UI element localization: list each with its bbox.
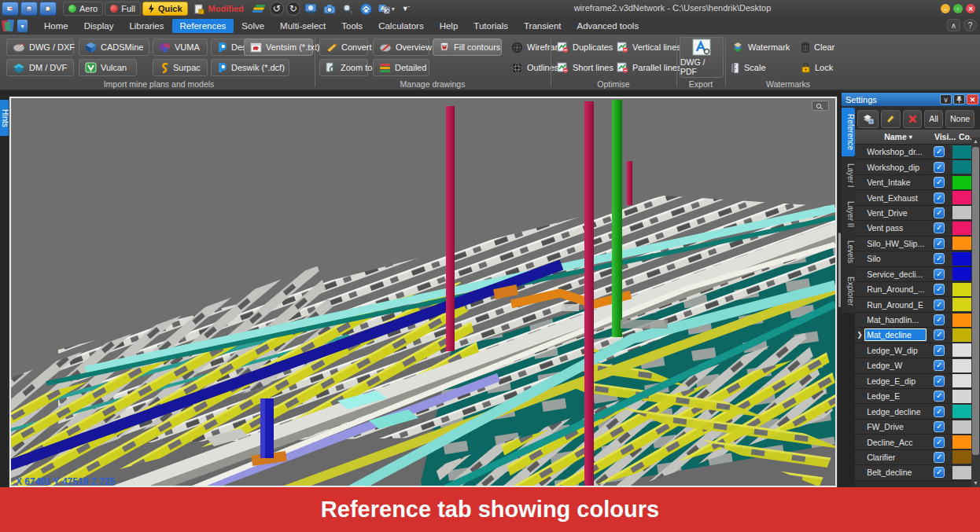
reference-row[interactable]: Clarifier ✓	[855, 450, 971, 465]
reference-row[interactable]: Ledge_W ✓	[855, 358, 971, 373]
reference-row[interactable]: Silo_HW_Slip... ✓	[855, 237, 971, 251]
scrollbar-thumb[interactable]	[972, 147, 979, 455]
reference-row[interactable]: Service_decli... ✓	[855, 267, 971, 282]
settings-tab-levels[interactable]: Levels	[842, 234, 855, 270]
quick-mode-button[interactable]: Quick	[142, 2, 188, 16]
reference-row[interactable]: FW_Drive ✓	[855, 420, 971, 435]
vulcan-button[interactable]: Vulcan	[79, 59, 137, 76]
detailed-button[interactable]: Detailed	[373, 59, 429, 76]
parallel-lines-button[interactable]: Parallel lines	[613, 59, 673, 76]
visibility-checkbox[interactable]: ✓	[934, 421, 945, 432]
layer-color-swatch[interactable]	[952, 314, 971, 327]
duplicates-button[interactable]: Duplicates	[554, 39, 612, 56]
column-header-visible[interactable]: Visi...	[931, 132, 959, 141]
visibility-checkbox[interactable]: ✓	[934, 177, 945, 188]
layer-color-swatch[interactable]	[952, 160, 971, 174]
settings-tab-reference[interactable]: Reference	[842, 108, 855, 157]
visibility-checkbox[interactable]: ✓	[934, 146, 945, 157]
reference-row[interactable]: Mat_handlin... ✓	[855, 313, 971, 328]
menu-tab-libraries[interactable]: Libraries	[121, 19, 171, 33]
visibility-checkbox[interactable]: ✓	[934, 406, 945, 417]
short-lines-button[interactable]: Short lines	[554, 59, 612, 76]
minimize-button[interactable]: –	[941, 4, 950, 13]
visibility-checkbox[interactable]: ✓	[934, 162, 945, 173]
full-mode-button[interactable]: Full	[105, 2, 141, 16]
layer-color-swatch[interactable]	[952, 405, 971, 418]
reference-row[interactable]: Workshop_dr... ✓	[855, 145, 971, 160]
menu-tab-advanced-tools[interactable]: Advanced tools	[569, 19, 647, 33]
home-view-button[interactable]	[358, 2, 374, 16]
scroll-down-arrow[interactable]: ▼	[971, 479, 980, 487]
save-button[interactable]	[20, 2, 38, 16]
settings-tab-explorer[interactable]: Explorer	[842, 270, 855, 313]
find-button[interactable]	[340, 2, 356, 16]
delete-reference-button[interactable]	[903, 110, 922, 128]
select-all-button[interactable]: All	[924, 110, 943, 128]
reference-row[interactable]: Ledge_decline ✓	[855, 404, 971, 419]
cadsmine-button[interactable]: CADSMine	[79, 39, 149, 56]
edit-reference-button[interactable]	[881, 110, 901, 128]
reference-row[interactable]: Vent_Drive ✓	[855, 206, 971, 221]
menu-tab-references[interactable]: References	[172, 19, 234, 33]
3d-viewport[interactable]: X 67491 Y 47518 Z 725	[9, 97, 837, 487]
close-button[interactable]: ✕	[966, 4, 975, 13]
visibility-checkbox[interactable]: ✓	[934, 360, 945, 371]
visibility-checkbox[interactable]: ✓	[934, 238, 945, 249]
lock-watermark-button[interactable]: Lock	[798, 59, 843, 76]
undo-button[interactable]: ↺	[270, 2, 284, 16]
visibility-checkbox[interactable]: ✓	[934, 345, 945, 356]
reference-row[interactable]: Ledge_E_dip ✓	[855, 374, 971, 389]
visibility-checkbox[interactable]: ✓	[934, 222, 945, 233]
maximize-button[interactable]: ▫	[953, 4, 963, 13]
layer-color-swatch[interactable]	[952, 222, 971, 235]
menu-tab-tools[interactable]: Tools	[333, 19, 370, 33]
layer-color-swatch[interactable]	[952, 343, 971, 357]
visibility-checkbox[interactable]: ✓	[934, 207, 945, 218]
layer-color-swatch[interactable]	[952, 298, 971, 311]
layer-color-swatch[interactable]	[952, 145, 971, 159]
layer-color-swatch[interactable]	[952, 191, 971, 204]
layer-color-swatch[interactable]	[952, 420, 971, 434]
library-books-button[interactable]	[250, 2, 267, 16]
layer-color-swatch[interactable]	[952, 252, 971, 266]
reference-row[interactable]: Silo ✓	[855, 251, 971, 266]
viewport-mini-button[interactable]	[812, 101, 829, 111]
settings-menu-button[interactable]: ∨	[940, 94, 952, 105]
reference-row[interactable]: Vent_Intake ✓	[855, 175, 971, 190]
watermark-button[interactable]: Watermark	[728, 39, 794, 56]
menu-tab-home[interactable]: Home	[36, 19, 76, 33]
visibility-checkbox[interactable]: ✓	[934, 391, 945, 402]
vertical-lines-button[interactable]: Vertical lines	[613, 39, 673, 56]
visibility-checkbox[interactable]: ✓	[934, 437, 945, 448]
customize-quickbar-button[interactable]: ▼̄	[399, 2, 412, 16]
redo-button[interactable]: ↻	[286, 2, 300, 16]
copy-layers-button[interactable]	[857, 110, 879, 128]
visibility-checkbox[interactable]: ✓	[934, 376, 945, 387]
menu-tab-help[interactable]: Help	[432, 19, 466, 33]
visibility-checkbox[interactable]: ✓	[934, 314, 945, 325]
collapse-ribbon-button[interactable]: ∧	[947, 19, 960, 31]
close-panel-button[interactable]: ✕	[967, 94, 978, 105]
menu-tab-calculators[interactable]: Calculators	[370, 19, 432, 33]
menu-tab-tutorials[interactable]: Tutorials	[466, 19, 516, 33]
layer-color-swatch[interactable]	[952, 374, 971, 387]
layer-color-swatch[interactable]	[952, 359, 971, 372]
visibility-checkbox[interactable]: ✓	[934, 299, 945, 310]
visibility-checkbox[interactable]: ✓	[934, 467, 945, 478]
visibility-checkbox[interactable]: ✓	[934, 193, 945, 204]
layer-color-swatch[interactable]	[952, 328, 971, 342]
ventsim-txt-button[interactable]: Ventsim (*.txt)	[244, 39, 313, 56]
reference-row[interactable]: Ledge_W_dip ✓	[855, 343, 971, 358]
layer-color-swatch[interactable]	[952, 450, 971, 464]
settings-tab-layer-ii[interactable]: Layer II	[842, 195, 855, 234]
viewport-scrollbar[interactable]	[838, 233, 841, 307]
reference-row[interactable]: Decline_Acc ✓	[855, 435, 971, 449]
reference-row[interactable]: Workshop_dip ✓	[855, 160, 971, 174]
select-none-button[interactable]: None	[945, 110, 974, 128]
layer-color-swatch[interactable]	[952, 267, 971, 281]
screenshot-button[interactable]	[321, 2, 338, 16]
layer-color-swatch[interactable]	[952, 206, 971, 219]
reference-row[interactable]: Ledge_E ✓	[855, 389, 971, 404]
surpac-button[interactable]: Surpac	[153, 59, 208, 76]
overview-button[interactable]: Overview	[373, 39, 429, 56]
